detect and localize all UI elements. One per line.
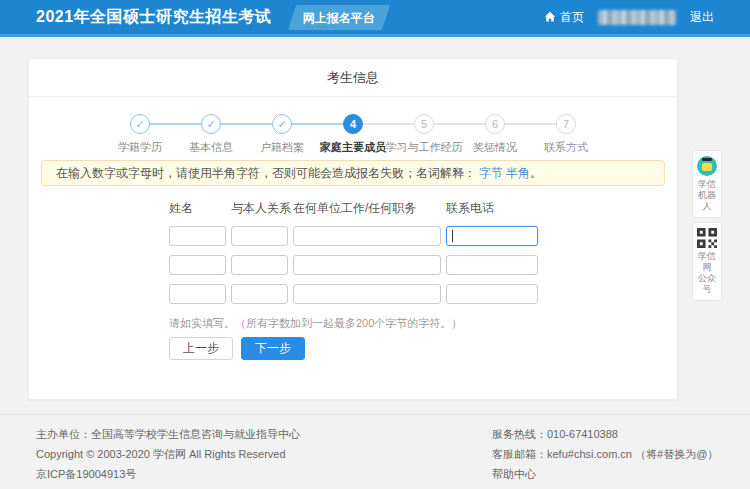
- top-header: 2021年全国硕士研究生招生考试 网上报名平台 首页 退出: [0, 0, 750, 37]
- input-row3-relation[interactable]: [231, 284, 288, 304]
- site-title: 2021年全国硕士研究生招生考试: [36, 7, 272, 28]
- input-row3-phone[interactable]: [446, 284, 538, 304]
- step-3-done[interactable]: ✓户籍档案: [272, 114, 292, 134]
- robot-icon: [697, 156, 717, 176]
- page-footer: 主办单位：全国高等学校学生信息咨询与就业指导中心 Copyright © 200…: [0, 414, 750, 489]
- notice-text-end: 。: [530, 166, 542, 180]
- halfwidth-glossary-link[interactable]: 半角: [506, 166, 530, 180]
- byte-glossary-link[interactable]: 字节: [479, 166, 503, 180]
- notice-banner: 在输入数字或字母时，请使用半角字符，否则可能会造成报名失败；名词解释：字节半角。: [41, 160, 665, 186]
- step-connector: [505, 123, 556, 125]
- form-rows: [169, 226, 677, 304]
- input-row1-name[interactable]: [169, 226, 226, 246]
- step-7-todo[interactable]: 7联系方式: [556, 114, 576, 134]
- check-icon: ✓: [201, 114, 221, 134]
- floating-sidebar: 学信 机器人 学信网 公众号: [692, 150, 722, 301]
- input-row2-workplace[interactable]: [293, 255, 441, 275]
- step-label: 学籍学历: [118, 140, 162, 155]
- footer-organizer: 主办单位：全国高等学校学生信息咨询与就业指导中心: [36, 424, 300, 444]
- step-connector: [434, 123, 485, 125]
- form-buttons: 上一步 下一步: [169, 337, 677, 360]
- footer-hotline: 服务热线：010-67410388: [492, 424, 714, 444]
- footer-copyright: Copyright © 2003-2020 学信网 All Rights Res…: [36, 444, 300, 464]
- footer-email: 客服邮箱：kefu#chsi.com.cn （将#替换为@）: [492, 444, 714, 464]
- step-number: 7: [556, 114, 576, 134]
- step-4-active[interactable]: 4家庭主要成员: [343, 114, 363, 134]
- footer-icp: 京ICP备19004913号: [36, 464, 300, 484]
- footer-left: 主办单位：全国高等学校学生信息咨询与就业指导中心 Copyright © 200…: [36, 424, 300, 489]
- member-row-2: [169, 255, 677, 275]
- header-left: 2021年全国硕士研究生招生考试 网上报名平台: [36, 5, 386, 30]
- step-label: 联系方式: [544, 140, 588, 155]
- step-connector: [221, 123, 272, 125]
- check-icon: ✓: [130, 114, 150, 134]
- col-header-phone: 联系电话: [446, 200, 538, 217]
- qrcode-icon: [697, 228, 717, 248]
- check-icon: ✓: [272, 114, 292, 134]
- qrcode-label: 学信网 公众号: [694, 251, 720, 295]
- card-title: 考生信息: [29, 59, 677, 97]
- input-row2-name[interactable]: [169, 255, 226, 275]
- step-label: 基本信息: [189, 140, 233, 155]
- qrcode-widget[interactable]: 学信网 公众号: [692, 222, 722, 301]
- step-connector: [363, 123, 414, 125]
- step-number: 5: [414, 114, 434, 134]
- page: 2021年全国硕士研究生招生考试 网上报名平台 首页 退出 考生信息 ✓学籍学历…: [0, 0, 750, 489]
- col-header-relation: 与本人关系: [231, 200, 288, 217]
- input-row2-relation[interactable]: [231, 255, 288, 275]
- prev-step-button[interactable]: 上一步: [169, 337, 233, 360]
- notice-text: 在输入数字或字母时，请使用半角字符，否则可能会造成报名失败；名词解释：: [56, 166, 476, 180]
- next-step-button[interactable]: 下一步: [241, 337, 305, 360]
- home-link-label: 首页: [560, 9, 584, 26]
- step-1-done[interactable]: ✓学籍学历: [130, 114, 150, 134]
- input-row2-phone[interactable]: [446, 255, 538, 275]
- platform-badge-label: 网上报名平台: [302, 10, 374, 27]
- step-connector: [150, 123, 201, 125]
- username-redacted: [598, 10, 676, 25]
- step-label: 学习与工作经历: [386, 140, 463, 155]
- step-label: 户籍档案: [260, 140, 304, 155]
- platform-badge: 网上报名平台: [288, 5, 390, 30]
- member-row-1: [169, 226, 677, 246]
- col-header-workplace: 在何单位工作/任何职务: [293, 200, 441, 217]
- input-row1-workplace[interactable]: [293, 226, 441, 246]
- help-center-link[interactable]: 帮助中心: [492, 464, 714, 484]
- step-2-done[interactable]: ✓基本信息: [201, 114, 221, 134]
- step-connector: [292, 123, 343, 125]
- step-6-todo[interactable]: 6奖惩情况: [485, 114, 505, 134]
- col-header-name: 姓名: [169, 200, 226, 217]
- input-row1-relation[interactable]: [231, 226, 288, 246]
- member-row-3: [169, 284, 677, 304]
- family-members-form: 姓名 与本人关系 在何单位工作/任何职务 联系电话 请如实填写。（所有字数加到一…: [169, 200, 677, 360]
- candidate-info-card: 考生信息 ✓学籍学历✓基本信息✓户籍档案4家庭主要成员5学习与工作经历6奖惩情况…: [28, 58, 678, 400]
- logout-link[interactable]: 退出: [690, 9, 714, 26]
- footer-right: 服务热线：010-67410388 客服邮箱：kefu#chsi.com.cn …: [492, 424, 714, 489]
- form-hint: 请如实填写。（所有字数加到一起最多200个字节的字符。）: [169, 316, 677, 330]
- step-label: 奖惩情况: [473, 140, 517, 155]
- step-5-todo[interactable]: 5学习与工作经历: [414, 114, 434, 134]
- step-number: 4: [343, 114, 363, 134]
- step-indicator: ✓学籍学历✓基本信息✓户籍档案4家庭主要成员5学习与工作经历6奖惩情况7联系方式: [29, 114, 677, 154]
- input-row3-workplace[interactable]: [293, 284, 441, 304]
- step-number: 6: [485, 114, 505, 134]
- form-column-headers: 姓名 与本人关系 在何单位工作/任何职务 联系电话: [169, 200, 677, 217]
- home-link[interactable]: 首页: [544, 9, 584, 26]
- home-icon: [544, 11, 556, 23]
- input-row3-name[interactable]: [169, 284, 226, 304]
- chatbot-label: 学信 机器人: [694, 179, 720, 212]
- step-label: 家庭主要成员: [320, 140, 386, 155]
- chatbot-widget[interactable]: 学信 机器人: [692, 150, 722, 218]
- input-row1-phone[interactable]: [446, 226, 538, 246]
- header-right: 首页 退出: [544, 9, 714, 26]
